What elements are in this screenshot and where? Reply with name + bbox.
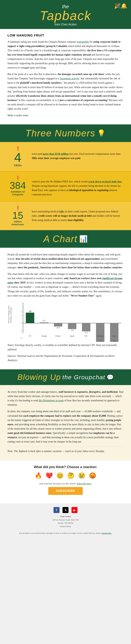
three-numbers-banner: Three Numbers 💡: [0, 124, 131, 142]
card3-number: 15: [8, 210, 28, 220]
blowup-para-2: In short, the company was losing about o…: [8, 409, 124, 444]
subscribe-button[interactable]: SUBSCRIBE: [48, 487, 82, 495]
footer-org: Civic Action: [8, 515, 124, 518]
svg-rect-15: [54, 323, 62, 326]
reaction-emojis: 🔥 ❤️ 😊 🤔 😢 😡: [8, 472, 124, 479]
facebook-icon[interactable]: f: [54, 507, 60, 513]
reaction-section: What did you think? Choose a reaction: 🔥…: [0, 460, 131, 503]
svg-text:-0.9: -0.9: [56, 326, 60, 329]
y-axis-label: Percent Change from 2019Q2 to 2023Q2: [8, 301, 12, 323]
svg-rect-9: [26, 313, 34, 323]
reaction-emoji-fire[interactable]: 🔥: [34, 472, 42, 479]
card1-text: were paid more than $150 million last ye…: [32, 146, 124, 160]
svg-text:Germany: Germany: [96, 335, 104, 337]
social-icons: f 𝕏 ▶: [8, 507, 124, 513]
blowup-title-2: the Groupchat: [62, 374, 105, 381]
bar-chart: Percent Change from 2019Q2 to 2023Q2 0 2…: [8, 301, 124, 342]
blowup-para-1: As every front-line worker and manager k…: [8, 390, 124, 407]
card1-label: CEOs: [8, 164, 28, 167]
subscribe-here-link[interactable]: Subscribe here.: [77, 482, 92, 485]
reaction-emoji-think[interactable]: 🤔: [67, 472, 75, 479]
card3-icon: ❗: [8, 206, 28, 210]
svg-text:-2.2: -2.2: [84, 331, 88, 334]
twitter-icon[interactable]: 𝕏: [62, 507, 68, 513]
svg-text:-9.1: -9.1: [112, 340, 116, 342]
svg-rect-21: [82, 323, 90, 331]
blowup-title-1: Blowing Up: [18, 373, 61, 382]
chart-sources: Sources: National sources and the Organi…: [8, 354, 124, 362]
svg-text:Canada: Canada: [41, 335, 47, 337]
card1-number: 4: [8, 151, 28, 164]
number-card-1: ❗ 4 CEOs were paid more than $150 millio…: [0, 142, 131, 172]
three-numbers-title: Three Numbers: [26, 128, 95, 139]
svg-text:3: 3: [21, 311, 22, 313]
lhf-para-1: A landmark ruling last week found the Ch…: [8, 40, 124, 70]
svg-text:0: 0: [21, 322, 22, 324]
hazardous-link[interactable]: 'hazardous activity': [60, 77, 80, 80]
footer-country: United States: [8, 525, 124, 528]
blowup-section: As every front-line worker and manager k…: [0, 385, 131, 460]
responsible-link[interactable]: responsible: [77, 40, 89, 43]
footer: f 𝕏 ▶ Civic Action 119 1st Avenue South …: [0, 503, 131, 538]
chart-banner: A Chart 📊: [0, 230, 131, 248]
chart-para-1: People all around the world have been ex…: [8, 252, 124, 270]
svg-text:2: 2: [21, 314, 22, 316]
svg-text:0.2: 0.2: [43, 320, 45, 322]
footer-address1: 119 1st Avenue South Suite 320: [8, 518, 124, 522]
number-left-3: ❗ 15 millionAmericans: [8, 206, 28, 226]
section-title-low-hanging: LOW HANGING FRUIT: [8, 34, 124, 38]
reaction-emoji-heart[interactable]: ❤️: [46, 472, 53, 479]
header-from: from Civic Action: [6, 23, 126, 26]
number-left-1: ❗ 4 CEOs: [8, 146, 28, 167]
footer-unsubscribe-text: If you believe you received this message…: [8, 532, 124, 535]
reaction-emoji-smile[interactable]: 😊: [56, 472, 64, 479]
header-tapback: Tapback: [6, 10, 126, 22]
svg-rect-24: [96, 323, 104, 342]
reaction-emoji-sad[interactable]: 😢: [78, 472, 86, 479]
three-numbers-icon: 💡: [97, 129, 106, 137]
svg-text:2.8: 2.8: [29, 310, 31, 312]
card2-text: voted to pass the No Hidden FEES Act, wh…: [32, 176, 124, 197]
svg-text:Japan: Japan: [70, 335, 74, 337]
number-card-3: ❗ 15 millionAmericans have outstanding m…: [0, 202, 131, 230]
subscribe-text: Did someone forward you this email? Subs…: [8, 482, 124, 485]
crack-down-link[interactable]: crack down on hotel junk fees: [88, 180, 122, 183]
svg-rect-12: [40, 322, 48, 323]
chart-para-2: The chart below tells the tale: when you…: [8, 272, 124, 298]
card3-label: millionAmericans: [8, 220, 28, 226]
svg-text:UK: UK: [85, 335, 88, 337]
number-left-2: ❗ 384 members ofCongress: [8, 176, 28, 196]
chart-section: People all around the world have been ex…: [0, 248, 131, 369]
header-decoration-icons: 🎉🔔: [114, 3, 127, 9]
card2-label: members ofCongress: [8, 190, 28, 196]
lhf-para-2: But if the point of a case like this is …: [8, 72, 124, 111]
150m-link[interactable]: more than $150 million: [43, 152, 69, 155]
svg-rect-27: [110, 323, 118, 342]
number-card-2: ❗ 384 members ofCongress voted to pass t…: [0, 172, 131, 201]
svg-text:-7.2: -7.2: [98, 340, 102, 342]
low-hanging-fruit-section: LOW HANGING FRUIT A landmark ruling last…: [0, 29, 131, 124]
svg-text:-4: -4: [20, 337, 22, 339]
footer-address2: Seattle, WA 98104: [8, 522, 124, 525]
card3-text: have outstanding medical bills on their …: [32, 206, 124, 222]
income-gains-link[interactable]: significant income gains: [8, 277, 122, 284]
bloomberg-link[interactable]: this Bloomberg account: [39, 399, 64, 402]
chart-banner-title: A Chart: [44, 234, 78, 244]
reaction-title: What did you think? Choose a reaction:: [8, 465, 124, 469]
blowup-banner: Blowing Up the Groupchat 💬: [0, 369, 131, 385]
svg-rect-18: [68, 323, 76, 329]
blowup-note: Note: The Tapback is back after a summer…: [8, 446, 124, 453]
blowup-icon: 💬: [107, 374, 114, 380]
youtube-icon[interactable]: ▶: [72, 507, 78, 513]
card2-number: 384: [8, 180, 28, 190]
unsubscribe-link[interactable]: unsubscribe.: [102, 532, 112, 534]
bills-link[interactable]: bills: [59, 210, 64, 213]
reaction-emoji-angry[interactable]: 😡: [89, 472, 96, 479]
svg-text:-1.6: -1.6: [70, 329, 74, 331]
chart-notes: Notes: Earnings (hourly, weekly, or mont…: [8, 343, 124, 352]
svg-text:Italy: Italy: [112, 335, 116, 337]
email-header: the Tapback from Civic Action 🎉🔔: [0, 0, 131, 29]
chart-icon: 📊: [79, 235, 88, 243]
lhf-para-3: Make it make sense.: [8, 113, 124, 118]
svg-text:France: France: [56, 335, 61, 337]
